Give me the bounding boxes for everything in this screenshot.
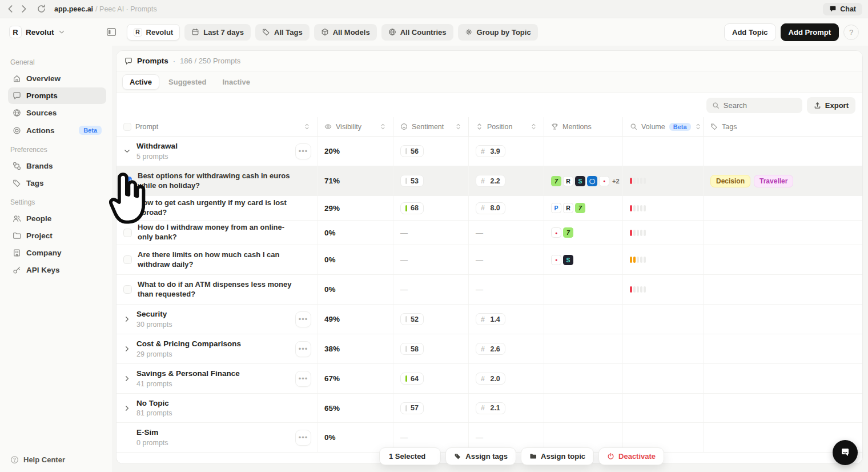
tag-badge[interactable]: Traveller xyxy=(754,175,793,187)
search-input-wrap[interactable] xyxy=(706,98,802,113)
sidebar: GeneralOverviewPromptsSourcesActionsBeta… xyxy=(0,46,112,472)
sidebar-item-overview[interactable]: Overview xyxy=(8,70,106,87)
row-menu-button[interactable]: ••• xyxy=(295,341,311,357)
sidebar-item-people[interactable]: People xyxy=(8,210,106,227)
prompt-text[interactable]: Are there limits on how much cash I can … xyxy=(138,250,292,270)
table-row[interactable]: What to do if an ATM dispenses less mone… xyxy=(116,275,862,305)
sidebar-item-api-keys[interactable]: API Keys xyxy=(8,262,106,278)
chevron-right-icon[interactable] xyxy=(123,375,131,382)
tab-inactive[interactable]: Inactive xyxy=(216,75,257,89)
filter-chip-all-models[interactable]: All Models xyxy=(314,24,377,41)
address-bar[interactable]: app.peec.ai / Peec AI · Prompts xyxy=(54,5,157,13)
row-menu-button[interactable]: ••• xyxy=(295,371,311,387)
tags-cell xyxy=(704,275,862,304)
chevron-right-icon[interactable] xyxy=(123,345,131,353)
tag-badge[interactable]: Decision xyxy=(710,175,750,187)
brand-icon-misc: ● xyxy=(551,227,561,238)
sidebar-item-prompts[interactable]: Prompts xyxy=(8,87,106,104)
table-row[interactable]: No Topic81 prompts65%57# 2.1 xyxy=(116,394,862,423)
target-icon xyxy=(13,126,21,135)
export-button[interactable]: Export xyxy=(807,97,855,114)
filter-chip-group-by-topic[interactable]: Group by Topic xyxy=(458,24,538,41)
filter-chip-all-tags[interactable]: All Tags xyxy=(255,24,310,41)
row-checkbox[interactable] xyxy=(123,177,132,185)
assign-topic-button[interactable]: Assign topic xyxy=(521,447,594,465)
sort-icon[interactable] xyxy=(304,123,310,130)
add-topic-button[interactable]: Add Topic xyxy=(724,23,776,41)
search-input[interactable] xyxy=(724,101,786,110)
workspace-selector[interactable]: R Revolut xyxy=(9,26,65,38)
sidebar-item-sources[interactable]: Sources xyxy=(8,105,106,121)
row-menu-button[interactable]: ••• xyxy=(295,430,311,446)
tab-suggested[interactable]: Suggested xyxy=(162,75,213,89)
workspace-name: Revolut xyxy=(26,28,54,37)
table-row[interactable]: How do I withdraw money from an online-o… xyxy=(116,221,862,245)
url-path: / Peec AI · Prompts xyxy=(95,5,157,13)
row-checkbox[interactable] xyxy=(123,229,132,237)
row-checkbox[interactable] xyxy=(123,255,132,264)
volume-cell xyxy=(623,364,704,393)
sort-icon[interactable] xyxy=(455,123,461,130)
table-row[interactable]: Security30 prompts•••49%52# 1.4 xyxy=(116,305,862,334)
topic-title[interactable]: Savings & Personal Finance xyxy=(136,369,240,379)
sidebar-toggle-icon[interactable] xyxy=(104,25,119,39)
prompt-text[interactable]: What to do if an ATM dispenses less mone… xyxy=(138,280,292,299)
beta-badge: Beta xyxy=(79,126,102,135)
chevron-down-icon[interactable] xyxy=(123,147,131,155)
sidebar-item-tags[interactable]: Tags xyxy=(8,175,106,191)
help-icon[interactable]: ? xyxy=(843,25,859,40)
chat-button[interactable]: Chat xyxy=(823,3,862,15)
topic-title[interactable]: Cost & Pricing Comparisons xyxy=(136,339,241,349)
forward-icon[interactable] xyxy=(19,4,29,14)
topic-title[interactable]: Withdrawal xyxy=(136,142,178,151)
topic-count: 41 prompts xyxy=(136,380,240,388)
row-checkbox[interactable] xyxy=(123,285,132,294)
row-menu-button[interactable]: ••• xyxy=(295,311,311,327)
table-row[interactable]: Are there limits on how much cash I can … xyxy=(116,245,862,275)
prompt-text[interactable]: Best options for withdrawing cash in eur… xyxy=(138,171,292,191)
sidebar-item-company[interactable]: Company xyxy=(8,245,106,261)
brand-icon-wise: 7 xyxy=(575,203,585,213)
eye-icon xyxy=(324,123,332,130)
table-row[interactable]: Best options for withdrawing cash in eur… xyxy=(116,166,862,196)
help-center-link[interactable]: Help Center xyxy=(8,452,106,467)
select-all-checkbox[interactable] xyxy=(123,123,131,131)
prompt-text[interactable]: How do I withdraw money from an online-o… xyxy=(138,223,292,242)
table-row[interactable]: How to get cash urgently if my card is l… xyxy=(116,196,862,221)
sidebar-item-actions[interactable]: ActionsBeta xyxy=(8,122,106,139)
mentions-cell xyxy=(544,334,623,363)
visibility-value: 0% xyxy=(324,285,336,294)
assign-tags-button[interactable]: Assign tags xyxy=(445,447,516,465)
tags-cell xyxy=(704,305,862,334)
sidebar-section-title: Settings xyxy=(10,198,104,206)
sidebar-item-project[interactable]: Project xyxy=(8,227,106,244)
tags-cell: DecisionTraveller xyxy=(704,166,862,195)
tab-active[interactable]: Active xyxy=(122,74,159,90)
filter-chip-last-7-days[interactable]: Last 7 days xyxy=(184,24,251,41)
filter-chip-all-countries[interactable]: All Countries xyxy=(381,24,453,41)
topic-title[interactable]: Security xyxy=(136,310,172,319)
table-row[interactable]: Cost & Pricing Comparisons29 prompts•••3… xyxy=(116,334,862,364)
prompt-text[interactable]: How to get cash urgently if my card is l… xyxy=(138,198,292,218)
chevron-right-icon[interactable] xyxy=(123,315,131,323)
sort-icon[interactable] xyxy=(380,123,386,130)
filter-chip-revolut[interactable]: RRevolut xyxy=(127,24,180,41)
row-menu-button[interactable]: ••• xyxy=(295,143,311,159)
sort-icon[interactable] xyxy=(531,123,537,130)
table-row[interactable]: Savings & Personal Finance41 prompts•••6… xyxy=(116,364,862,394)
reload-icon[interactable] xyxy=(37,4,46,14)
add-prompt-button[interactable]: Add Prompt xyxy=(781,23,839,41)
topic-title[interactable]: No Topic xyxy=(136,399,172,409)
chevron-right-icon[interactable] xyxy=(123,405,131,412)
sidebar-item-brands[interactable]: Brands xyxy=(8,158,106,174)
sort-icon[interactable] xyxy=(695,123,701,130)
position-badge: # 2.6 xyxy=(476,343,505,355)
back-icon[interactable] xyxy=(6,4,15,14)
topic-title[interactable]: E-Sim xyxy=(136,428,168,438)
deactivate-button[interactable]: Deactivate xyxy=(598,447,664,465)
mentions-cell: 7RS◯●+2 xyxy=(544,166,623,195)
mentions-cell: PR7 xyxy=(544,196,623,220)
table-row[interactable]: Withdrawal5 prompts•••20%56# 3.9 xyxy=(116,137,862,166)
row-checkbox[interactable] xyxy=(123,204,132,213)
chat-fab-button[interactable] xyxy=(833,440,858,465)
